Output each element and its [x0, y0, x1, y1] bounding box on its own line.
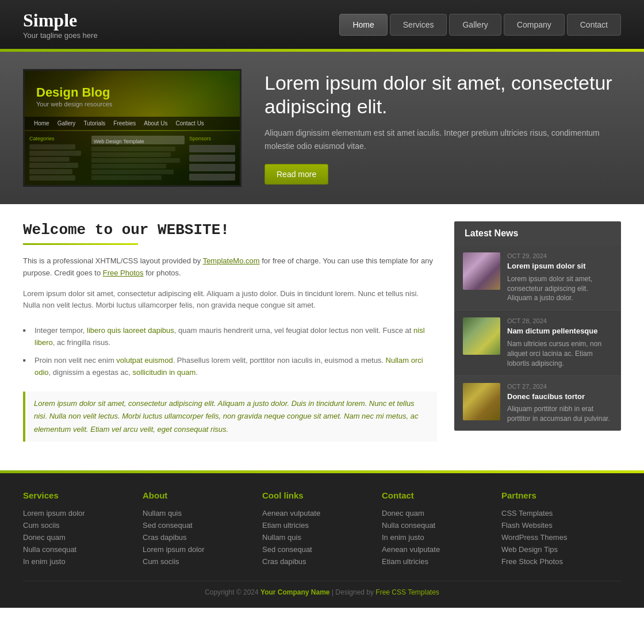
bullet-link-1[interactable]: libero quis laoreet dapibus	[87, 326, 174, 335]
footer-about-link-3[interactable]: Cras dapibus	[143, 533, 251, 542]
templatemo-link[interactable]: TemplateMo.com	[203, 256, 260, 265]
news-thumb-2	[463, 317, 500, 355]
footer-designer-link[interactable]: Free CSS Templates	[375, 588, 439, 596]
footer-about-link-1[interactable]: Nullam quis	[143, 509, 251, 518]
footer-services-link-5[interactable]: In enim justo	[23, 557, 131, 566]
hero-heading: Lorem ipsum dolor sit amet, consectetur …	[264, 71, 621, 118]
free-photos-link[interactable]: Free Photos	[103, 269, 144, 277]
site-title: Simple	[23, 10, 98, 31]
blockquote-link-1[interactable]: Aliquam	[218, 399, 245, 408]
latest-news-box: Latest News OCT 29, 2024 Lorem ipsum dol…	[454, 221, 621, 431]
footer-contact-link-2[interactable]: Nulla consequat	[382, 521, 490, 530]
bullet-link-3[interactable]: volutpat euismod	[116, 356, 172, 365]
footer-col-title-services: Services	[23, 490, 131, 500]
hero-image-nav: HomeGalleryTutorialsFreebiesAbout UsCont…	[25, 117, 240, 130]
footer-cool-link-2[interactable]: Etiam ultricies	[262, 521, 370, 530]
bullet-item-1: Integer tempor, libero quis laoreet dapi…	[23, 322, 437, 352]
footer-about-link-2[interactable]: Sed consequat	[143, 521, 251, 530]
news-body-2: OCT 28, 2024 Nam dictum pellentesque Nam…	[507, 317, 612, 368]
footer-partners-link-2[interactable]: Flash Websites	[501, 521, 610, 530]
footer-partners-link-4[interactable]: Web Design Tips	[501, 545, 610, 554]
nav-home[interactable]: Home	[339, 14, 387, 36]
news-thumb-3	[463, 383, 500, 420]
content-underline	[23, 243, 138, 245]
news-item-3: OCT 27, 2024 Donec faucibus tortor Aliqu…	[454, 376, 621, 431]
bullet-link-5[interactable]: sollicitudin in quam	[133, 368, 196, 377]
footer-col-services: Services Lorem ipsum dolor Cum sociis Do…	[23, 490, 143, 569]
hero-body: Aliquam dignissim elementum est sit amet…	[264, 126, 621, 152]
nav-services[interactable]: Services	[390, 14, 447, 36]
footer-col-title-about: About	[143, 490, 251, 500]
sidebar-title: Latest News	[454, 221, 621, 246]
news-thumb-1	[463, 252, 500, 290]
blockquote-section: Lorem ipsum dolor sit amet, consectetur …	[23, 392, 437, 441]
header: Simple Your tagline goes here Home Servi…	[0, 0, 644, 49]
bullet-item-2: Proin non velit nec enim volutpat euismo…	[23, 352, 437, 382]
news-date-2: OCT 28, 2024	[507, 317, 612, 324]
footer-col-coollinks: Cool links Aenean vulputate Etiam ultric…	[262, 490, 382, 569]
nav-gallery[interactable]: Gallery	[449, 14, 501, 36]
nav-contact[interactable]: Contact	[567, 14, 621, 36]
content-intro: This is a professional XHTML/CSS layout …	[23, 255, 437, 279]
news-date-1: OCT 29, 2024	[507, 252, 612, 259]
sidebar: Latest News OCT 29, 2024 Lorem ipsum dol…	[454, 221, 621, 442]
footer-partners-link-5[interactable]: Free Stock Photos	[501, 557, 610, 566]
bullet-link-4[interactable]: Nullam orci odio	[34, 356, 423, 377]
read-more-button[interactable]: Read more	[264, 164, 328, 185]
footer-contact-link-3[interactable]: In enim justo	[382, 533, 490, 542]
footer-services-link-1[interactable]: Lorem ipsum dolor	[23, 509, 131, 518]
hero-image-content: Categories Web Design Template	[25, 131, 240, 185]
footer-designed-by: Designed by	[335, 588, 374, 596]
footer-cool-link-5[interactable]: Cras dapibus	[262, 557, 370, 566]
news-item-1: OCT 29, 2024 Lorem ipsum dolor sit Lorem…	[454, 246, 621, 310]
footer-col-title-partners: Partners	[501, 490, 610, 500]
footer-col-contact: Contact Donec quam Nulla consequat In en…	[382, 490, 501, 569]
footer-cool-link-3[interactable]: Nullam quis	[262, 533, 370, 542]
hero-image-title: Design Blog	[36, 85, 110, 100]
news-date-3: OCT 27, 2024	[507, 383, 612, 390]
footer-copyright: Copyright © 2024	[205, 588, 259, 596]
news-excerpt-3: Aliquam porttitor nibh in erat porttitor…	[507, 404, 612, 424]
footer-services-link-3[interactable]: Donec quam	[23, 533, 131, 542]
footer-col-about: About Nullam quis Sed consequat Cras dap…	[143, 490, 262, 569]
footer-services-link-2[interactable]: Cum sociis	[23, 521, 131, 530]
blockquote-text: Lorem ipsum dolor sit amet, consectetur …	[34, 397, 428, 435]
footer-col-partners: Partners CSS Templates Flash Websites Wo…	[501, 490, 621, 569]
blockquote-link-2[interactable]: felis	[205, 412, 218, 420]
footer-col-title-contact: Contact	[382, 490, 490, 500]
logo-area: Simple Your tagline goes here	[23, 10, 98, 40]
site-tagline: Your tagline goes here	[23, 31, 98, 40]
news-body-3: OCT 27, 2024 Donec faucibus tortor Aliqu…	[507, 383, 612, 424]
footer-columns: Services Lorem ipsum dolor Cum sociis Do…	[23, 490, 621, 569]
footer-about-link-4[interactable]: Lorem ipsum dolor	[143, 545, 251, 554]
main-wrapper: Welcome to our WEBSITE! This is a profes…	[0, 204, 644, 459]
hero-section: Design Blog Your web design resources Ho…	[0, 52, 644, 204]
main-content: Welcome to our WEBSITE! This is a profes…	[23, 221, 437, 442]
news-title-2[interactable]: Nam dictum pellentesque	[507, 327, 612, 336]
news-body-1: OCT 29, 2024 Lorem ipsum dolor sit Lorem…	[507, 252, 612, 303]
news-title-3[interactable]: Donec faucibus tortor	[507, 392, 612, 402]
hero-image-subtitle: Your web design resources	[36, 101, 112, 108]
footer-partners-link-3[interactable]: WordPress Themes	[501, 533, 610, 542]
footer-about-link-5[interactable]: Cum sociis	[143, 557, 251, 566]
footer-col-title-coollinks: Cool links	[262, 490, 370, 500]
main-nav: Home Services Gallery Company Contact	[339, 14, 621, 36]
footer-contact-link-5[interactable]: Etiam ultricies	[382, 557, 490, 566]
footer-contact-link-4[interactable]: Aenean vulputate	[382, 545, 490, 554]
nav-company[interactable]: Company	[504, 14, 565, 36]
hero-text: Lorem ipsum dolor sit amet, consectetur …	[264, 71, 621, 185]
footer-bottom: Copyright © 2024 Your Company Name | Des…	[23, 581, 621, 596]
footer: Services Lorem ipsum dolor Cum sociis Do…	[0, 473, 644, 608]
content-paragraph: Lorem ipsum dolor sit amet, consectetur …	[23, 288, 437, 312]
hero-image: Design Blog Your web design resources Ho…	[23, 69, 241, 187]
footer-cool-link-1[interactable]: Aenean vulputate	[262, 509, 370, 518]
footer-company-name[interactable]: Your Company Name	[260, 588, 329, 596]
footer-services-link-4[interactable]: Nulla consequat	[23, 545, 131, 554]
bullet-list: Integer tempor, libero quis laoreet dapi…	[23, 322, 437, 381]
footer-contact-link-1[interactable]: Donec quam	[382, 509, 490, 518]
news-excerpt-1: Lorem ipsum dolor sit amet, consectetur …	[507, 274, 612, 303]
news-title-1[interactable]: Lorem ipsum dolor sit	[507, 262, 612, 271]
footer-partners-link-1[interactable]: CSS Templates	[501, 509, 610, 518]
footer-cool-link-4[interactable]: Sed consequat	[262, 545, 370, 554]
news-item-2: OCT 28, 2024 Nam dictum pellentesque Nam…	[454, 310, 621, 375]
